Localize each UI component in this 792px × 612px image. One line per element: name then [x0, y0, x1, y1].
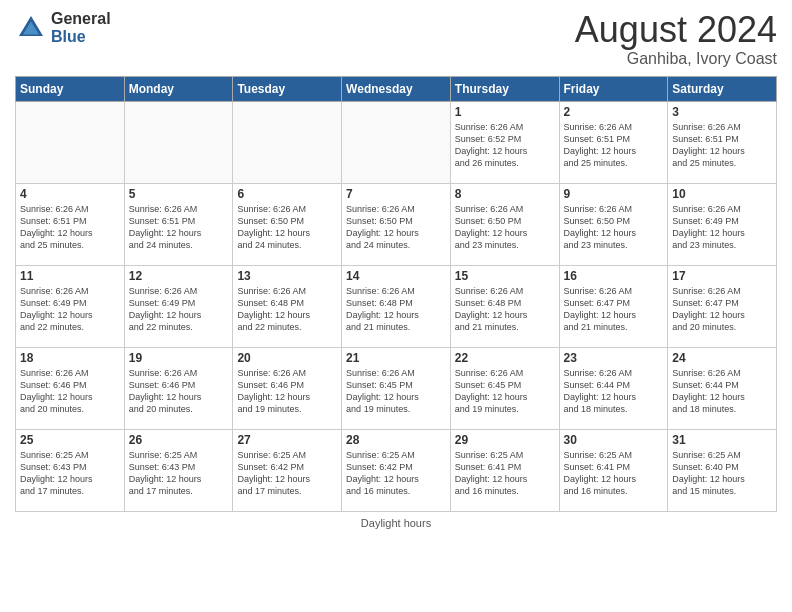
calendar-day-header: Wednesday: [342, 76, 451, 101]
calendar-cell: 6Sunrise: 6:26 AM Sunset: 6:50 PM Daylig…: [233, 183, 342, 265]
day-number: 1: [455, 105, 555, 119]
day-info: Sunrise: 6:26 AM Sunset: 6:49 PM Dayligh…: [672, 203, 772, 252]
day-number: 18: [20, 351, 120, 365]
logo-icon: [15, 12, 47, 44]
day-number: 9: [564, 187, 664, 201]
calendar-cell: 22Sunrise: 6:26 AM Sunset: 6:45 PM Dayli…: [450, 347, 559, 429]
day-info: Sunrise: 6:26 AM Sunset: 6:49 PM Dayligh…: [20, 285, 120, 334]
calendar-cell: 1Sunrise: 6:26 AM Sunset: 6:52 PM Daylig…: [450, 101, 559, 183]
day-info: Sunrise: 6:26 AM Sunset: 6:45 PM Dayligh…: [455, 367, 555, 416]
day-number: 27: [237, 433, 337, 447]
logo-general-text: General: [51, 10, 111, 28]
page: General Blue August 2024 Ganhiba, Ivory …: [0, 0, 792, 612]
calendar-cell: 31Sunrise: 6:25 AM Sunset: 6:40 PM Dayli…: [668, 429, 777, 511]
calendar-cell: 8Sunrise: 6:26 AM Sunset: 6:50 PM Daylig…: [450, 183, 559, 265]
calendar-cell: 26Sunrise: 6:25 AM Sunset: 6:43 PM Dayli…: [124, 429, 233, 511]
day-number: 6: [237, 187, 337, 201]
day-number: 17: [672, 269, 772, 283]
calendar-cell: 15Sunrise: 6:26 AM Sunset: 6:48 PM Dayli…: [450, 265, 559, 347]
day-info: Sunrise: 6:26 AM Sunset: 6:51 PM Dayligh…: [564, 121, 664, 170]
day-info: Sunrise: 6:25 AM Sunset: 6:43 PM Dayligh…: [129, 449, 229, 498]
day-info: Sunrise: 6:26 AM Sunset: 6:48 PM Dayligh…: [455, 285, 555, 334]
calendar-cell: 4Sunrise: 6:26 AM Sunset: 6:51 PM Daylig…: [16, 183, 125, 265]
day-info: Sunrise: 6:26 AM Sunset: 6:44 PM Dayligh…: [564, 367, 664, 416]
day-number: 29: [455, 433, 555, 447]
day-number: 20: [237, 351, 337, 365]
day-info: Sunrise: 6:25 AM Sunset: 6:43 PM Dayligh…: [20, 449, 120, 498]
day-info: Sunrise: 6:26 AM Sunset: 6:51 PM Dayligh…: [20, 203, 120, 252]
day-number: 26: [129, 433, 229, 447]
calendar-week-row: 18Sunrise: 6:26 AM Sunset: 6:46 PM Dayli…: [16, 347, 777, 429]
calendar-cell: 19Sunrise: 6:26 AM Sunset: 6:46 PM Dayli…: [124, 347, 233, 429]
calendar-cell: [16, 101, 125, 183]
day-number: 2: [564, 105, 664, 119]
calendar-week-row: 1Sunrise: 6:26 AM Sunset: 6:52 PM Daylig…: [16, 101, 777, 183]
title-block: August 2024 Ganhiba, Ivory Coast: [575, 10, 777, 68]
calendar-cell: [342, 101, 451, 183]
day-number: 30: [564, 433, 664, 447]
day-number: 8: [455, 187, 555, 201]
day-info: Sunrise: 6:25 AM Sunset: 6:40 PM Dayligh…: [672, 449, 772, 498]
subtitle: Ganhiba, Ivory Coast: [575, 50, 777, 68]
day-info: Sunrise: 6:26 AM Sunset: 6:46 PM Dayligh…: [20, 367, 120, 416]
day-info: Sunrise: 6:26 AM Sunset: 6:50 PM Dayligh…: [455, 203, 555, 252]
calendar-cell: 21Sunrise: 6:26 AM Sunset: 6:45 PM Dayli…: [342, 347, 451, 429]
logo-blue-text: Blue: [51, 28, 111, 46]
calendar-cell: [233, 101, 342, 183]
day-info: Sunrise: 6:26 AM Sunset: 6:48 PM Dayligh…: [237, 285, 337, 334]
day-number: 5: [129, 187, 229, 201]
day-number: 10: [672, 187, 772, 201]
logo: General Blue: [15, 10, 111, 45]
day-info: Sunrise: 6:26 AM Sunset: 6:51 PM Dayligh…: [672, 121, 772, 170]
calendar-day-header: Monday: [124, 76, 233, 101]
day-number: 31: [672, 433, 772, 447]
day-info: Sunrise: 6:26 AM Sunset: 6:47 PM Dayligh…: [564, 285, 664, 334]
day-info: Sunrise: 6:26 AM Sunset: 6:46 PM Dayligh…: [129, 367, 229, 416]
calendar-cell: 14Sunrise: 6:26 AM Sunset: 6:48 PM Dayli…: [342, 265, 451, 347]
calendar-cell: 7Sunrise: 6:26 AM Sunset: 6:50 PM Daylig…: [342, 183, 451, 265]
calendar-day-header: Saturday: [668, 76, 777, 101]
day-info: Sunrise: 6:26 AM Sunset: 6:52 PM Dayligh…: [455, 121, 555, 170]
calendar-cell: 3Sunrise: 6:26 AM Sunset: 6:51 PM Daylig…: [668, 101, 777, 183]
day-number: 7: [346, 187, 446, 201]
day-info: Sunrise: 6:26 AM Sunset: 6:50 PM Dayligh…: [237, 203, 337, 252]
calendar-cell: 29Sunrise: 6:25 AM Sunset: 6:41 PM Dayli…: [450, 429, 559, 511]
day-number: 4: [20, 187, 120, 201]
day-info: Sunrise: 6:25 AM Sunset: 6:41 PM Dayligh…: [564, 449, 664, 498]
day-info: Sunrise: 6:26 AM Sunset: 6:50 PM Dayligh…: [346, 203, 446, 252]
calendar-header-row: SundayMondayTuesdayWednesdayThursdayFrid…: [16, 76, 777, 101]
day-number: 14: [346, 269, 446, 283]
day-info: Sunrise: 6:26 AM Sunset: 6:48 PM Dayligh…: [346, 285, 446, 334]
calendar-day-header: Thursday: [450, 76, 559, 101]
day-number: 19: [129, 351, 229, 365]
calendar-cell: 10Sunrise: 6:26 AM Sunset: 6:49 PM Dayli…: [668, 183, 777, 265]
calendar-cell: 20Sunrise: 6:26 AM Sunset: 6:46 PM Dayli…: [233, 347, 342, 429]
day-info: Sunrise: 6:26 AM Sunset: 6:47 PM Dayligh…: [672, 285, 772, 334]
calendar-cell: 17Sunrise: 6:26 AM Sunset: 6:47 PM Dayli…: [668, 265, 777, 347]
logo-text: General Blue: [51, 10, 111, 45]
day-info: Sunrise: 6:26 AM Sunset: 6:50 PM Dayligh…: [564, 203, 664, 252]
day-info: Sunrise: 6:26 AM Sunset: 6:44 PM Dayligh…: [672, 367, 772, 416]
calendar-cell: 30Sunrise: 6:25 AM Sunset: 6:41 PM Dayli…: [559, 429, 668, 511]
day-info: Sunrise: 6:25 AM Sunset: 6:42 PM Dayligh…: [346, 449, 446, 498]
calendar-week-row: 4Sunrise: 6:26 AM Sunset: 6:51 PM Daylig…: [16, 183, 777, 265]
footer-text: Daylight hours: [361, 517, 431, 529]
calendar-cell: 25Sunrise: 6:25 AM Sunset: 6:43 PM Dayli…: [16, 429, 125, 511]
day-number: 21: [346, 351, 446, 365]
calendar-cell: 13Sunrise: 6:26 AM Sunset: 6:48 PM Dayli…: [233, 265, 342, 347]
calendar-cell: 11Sunrise: 6:26 AM Sunset: 6:49 PM Dayli…: [16, 265, 125, 347]
calendar-day-header: Tuesday: [233, 76, 342, 101]
day-info: Sunrise: 6:26 AM Sunset: 6:51 PM Dayligh…: [129, 203, 229, 252]
day-info: Sunrise: 6:25 AM Sunset: 6:42 PM Dayligh…: [237, 449, 337, 498]
day-number: 23: [564, 351, 664, 365]
day-number: 28: [346, 433, 446, 447]
calendar-cell: 12Sunrise: 6:26 AM Sunset: 6:49 PM Dayli…: [124, 265, 233, 347]
day-info: Sunrise: 6:25 AM Sunset: 6:41 PM Dayligh…: [455, 449, 555, 498]
calendar-day-header: Friday: [559, 76, 668, 101]
day-number: 3: [672, 105, 772, 119]
header: General Blue August 2024 Ganhiba, Ivory …: [15, 10, 777, 68]
day-number: 25: [20, 433, 120, 447]
calendar-cell: 16Sunrise: 6:26 AM Sunset: 6:47 PM Dayli…: [559, 265, 668, 347]
day-info: Sunrise: 6:26 AM Sunset: 6:46 PM Dayligh…: [237, 367, 337, 416]
day-number: 22: [455, 351, 555, 365]
